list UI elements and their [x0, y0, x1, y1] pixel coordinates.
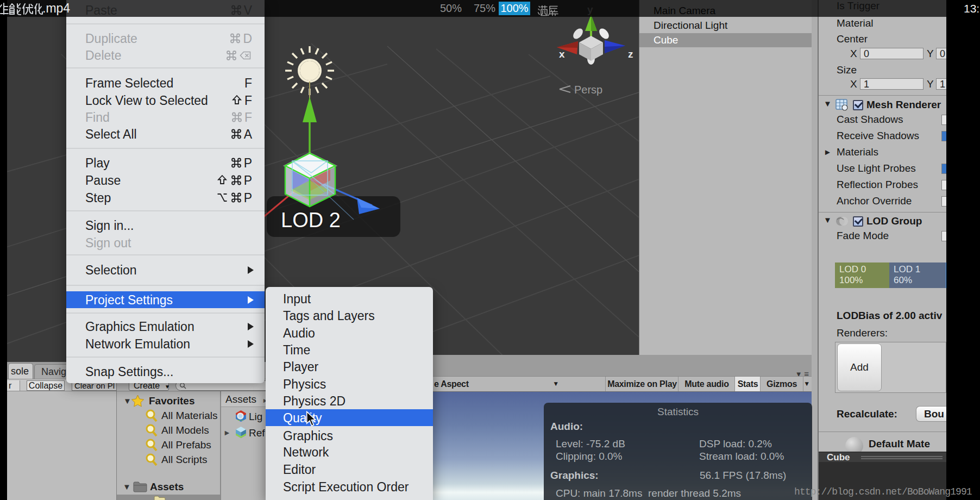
svg-text:x: x — [559, 48, 565, 60]
svg-text:Persp: Persp — [574, 84, 602, 96]
svg-text:z: z — [628, 48, 633, 60]
